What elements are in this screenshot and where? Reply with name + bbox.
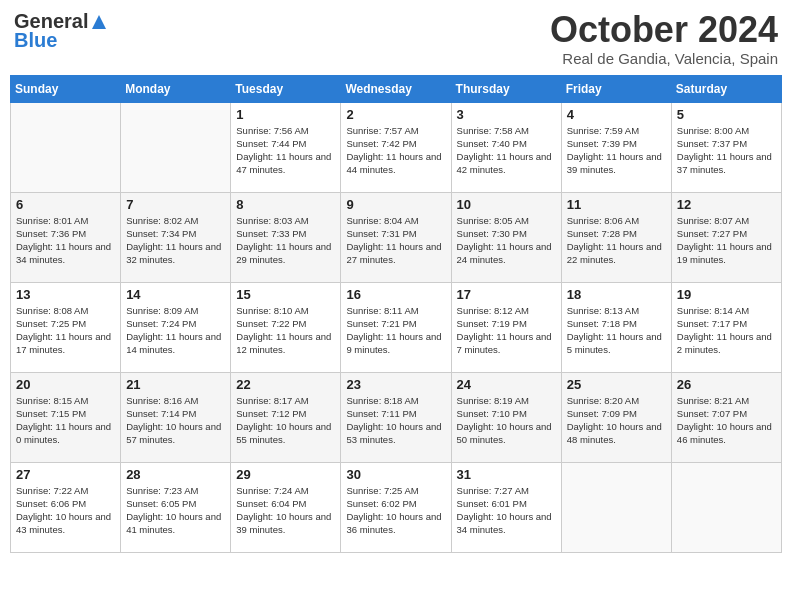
day-cell: 15Sunrise: 8:10 AMSunset: 7:22 PMDayligh…	[231, 282, 341, 372]
day-number: 14	[126, 287, 225, 302]
day-number: 18	[567, 287, 666, 302]
day-detail: Sunrise: 8:19 AMSunset: 7:10 PMDaylight:…	[457, 394, 556, 447]
day-number: 6	[16, 197, 115, 212]
day-detail: Sunrise: 8:02 AMSunset: 7:34 PMDaylight:…	[126, 214, 225, 267]
weekday-header-sunday: Sunday	[11, 75, 121, 102]
weekday-header-friday: Friday	[561, 75, 671, 102]
day-number: 8	[236, 197, 335, 212]
day-cell: 3Sunrise: 7:58 AMSunset: 7:40 PMDaylight…	[451, 102, 561, 192]
day-cell: 7Sunrise: 8:02 AMSunset: 7:34 PMDaylight…	[121, 192, 231, 282]
day-cell: 26Sunrise: 8:21 AMSunset: 7:07 PMDayligh…	[671, 372, 781, 462]
day-cell: 9Sunrise: 8:04 AMSunset: 7:31 PMDaylight…	[341, 192, 451, 282]
day-cell	[671, 462, 781, 552]
day-detail: Sunrise: 8:18 AMSunset: 7:11 PMDaylight:…	[346, 394, 445, 447]
day-cell: 4Sunrise: 7:59 AMSunset: 7:39 PMDaylight…	[561, 102, 671, 192]
day-number: 28	[126, 467, 225, 482]
day-detail: Sunrise: 7:25 AMSunset: 6:02 PMDaylight:…	[346, 484, 445, 537]
day-cell: 12Sunrise: 8:07 AMSunset: 7:27 PMDayligh…	[671, 192, 781, 282]
day-detail: Sunrise: 8:12 AMSunset: 7:19 PMDaylight:…	[457, 304, 556, 357]
day-cell: 2Sunrise: 7:57 AMSunset: 7:42 PMDaylight…	[341, 102, 451, 192]
day-number: 11	[567, 197, 666, 212]
page-header: General Blue October 2024 Real de Gandia…	[10, 10, 782, 67]
day-number: 22	[236, 377, 335, 392]
day-cell: 31Sunrise: 7:27 AMSunset: 6:01 PMDayligh…	[451, 462, 561, 552]
location-subtitle: Real de Gandia, Valencia, Spain	[550, 50, 778, 67]
weekday-header-thursday: Thursday	[451, 75, 561, 102]
day-cell: 19Sunrise: 8:14 AMSunset: 7:17 PMDayligh…	[671, 282, 781, 372]
day-cell: 13Sunrise: 8:08 AMSunset: 7:25 PMDayligh…	[11, 282, 121, 372]
day-detail: Sunrise: 8:00 AMSunset: 7:37 PMDaylight:…	[677, 124, 776, 177]
weekday-header-tuesday: Tuesday	[231, 75, 341, 102]
day-number: 12	[677, 197, 776, 212]
day-cell: 5Sunrise: 8:00 AMSunset: 7:37 PMDaylight…	[671, 102, 781, 192]
day-detail: Sunrise: 8:21 AMSunset: 7:07 PMDaylight:…	[677, 394, 776, 447]
week-row-4: 20Sunrise: 8:15 AMSunset: 7:15 PMDayligh…	[11, 372, 782, 462]
day-number: 2	[346, 107, 445, 122]
weekday-header-monday: Monday	[121, 75, 231, 102]
day-detail: Sunrise: 8:16 AMSunset: 7:14 PMDaylight:…	[126, 394, 225, 447]
week-row-1: 1Sunrise: 7:56 AMSunset: 7:44 PMDaylight…	[11, 102, 782, 192]
day-number: 27	[16, 467, 115, 482]
day-cell	[121, 102, 231, 192]
day-number: 4	[567, 107, 666, 122]
day-number: 17	[457, 287, 556, 302]
svg-marker-0	[92, 15, 106, 29]
day-cell	[11, 102, 121, 192]
day-detail: Sunrise: 8:14 AMSunset: 7:17 PMDaylight:…	[677, 304, 776, 357]
day-number: 7	[126, 197, 225, 212]
day-cell: 8Sunrise: 8:03 AMSunset: 7:33 PMDaylight…	[231, 192, 341, 282]
day-number: 23	[346, 377, 445, 392]
day-cell: 18Sunrise: 8:13 AMSunset: 7:18 PMDayligh…	[561, 282, 671, 372]
day-detail: Sunrise: 7:22 AMSunset: 6:06 PMDaylight:…	[16, 484, 115, 537]
day-cell: 17Sunrise: 8:12 AMSunset: 7:19 PMDayligh…	[451, 282, 561, 372]
day-detail: Sunrise: 8:08 AMSunset: 7:25 PMDaylight:…	[16, 304, 115, 357]
day-detail: Sunrise: 8:03 AMSunset: 7:33 PMDaylight:…	[236, 214, 335, 267]
day-detail: Sunrise: 8:06 AMSunset: 7:28 PMDaylight:…	[567, 214, 666, 267]
day-cell: 29Sunrise: 7:24 AMSunset: 6:04 PMDayligh…	[231, 462, 341, 552]
day-detail: Sunrise: 8:05 AMSunset: 7:30 PMDaylight:…	[457, 214, 556, 267]
day-number: 9	[346, 197, 445, 212]
weekday-header-wednesday: Wednesday	[341, 75, 451, 102]
day-number: 25	[567, 377, 666, 392]
week-row-3: 13Sunrise: 8:08 AMSunset: 7:25 PMDayligh…	[11, 282, 782, 372]
day-cell: 6Sunrise: 8:01 AMSunset: 7:36 PMDaylight…	[11, 192, 121, 282]
day-number: 29	[236, 467, 335, 482]
day-detail: Sunrise: 7:24 AMSunset: 6:04 PMDaylight:…	[236, 484, 335, 537]
day-detail: Sunrise: 7:58 AMSunset: 7:40 PMDaylight:…	[457, 124, 556, 177]
week-row-5: 27Sunrise: 7:22 AMSunset: 6:06 PMDayligh…	[11, 462, 782, 552]
day-number: 1	[236, 107, 335, 122]
logo: General Blue	[14, 10, 110, 52]
day-cell	[561, 462, 671, 552]
day-detail: Sunrise: 8:04 AMSunset: 7:31 PMDaylight:…	[346, 214, 445, 267]
day-cell: 28Sunrise: 7:23 AMSunset: 6:05 PMDayligh…	[121, 462, 231, 552]
month-title: October 2024	[550, 10, 778, 50]
day-number: 30	[346, 467, 445, 482]
day-cell: 20Sunrise: 8:15 AMSunset: 7:15 PMDayligh…	[11, 372, 121, 462]
calendar-table: SundayMondayTuesdayWednesdayThursdayFrid…	[10, 75, 782, 553]
day-cell: 24Sunrise: 8:19 AMSunset: 7:10 PMDayligh…	[451, 372, 561, 462]
day-number: 3	[457, 107, 556, 122]
day-number: 16	[346, 287, 445, 302]
day-number: 5	[677, 107, 776, 122]
logo-blue: Blue	[14, 29, 57, 52]
day-number: 15	[236, 287, 335, 302]
title-area: October 2024 Real de Gandia, Valencia, S…	[550, 10, 778, 67]
day-detail: Sunrise: 8:07 AMSunset: 7:27 PMDaylight:…	[677, 214, 776, 267]
day-cell: 25Sunrise: 8:20 AMSunset: 7:09 PMDayligh…	[561, 372, 671, 462]
day-number: 31	[457, 467, 556, 482]
day-cell: 10Sunrise: 8:05 AMSunset: 7:30 PMDayligh…	[451, 192, 561, 282]
week-row-2: 6Sunrise: 8:01 AMSunset: 7:36 PMDaylight…	[11, 192, 782, 282]
day-number: 24	[457, 377, 556, 392]
day-number: 10	[457, 197, 556, 212]
day-detail: Sunrise: 7:27 AMSunset: 6:01 PMDaylight:…	[457, 484, 556, 537]
day-number: 20	[16, 377, 115, 392]
day-cell: 23Sunrise: 8:18 AMSunset: 7:11 PMDayligh…	[341, 372, 451, 462]
day-number: 21	[126, 377, 225, 392]
weekday-header-row: SundayMondayTuesdayWednesdayThursdayFrid…	[11, 75, 782, 102]
day-cell: 1Sunrise: 7:56 AMSunset: 7:44 PMDaylight…	[231, 102, 341, 192]
day-detail: Sunrise: 8:09 AMSunset: 7:24 PMDaylight:…	[126, 304, 225, 357]
weekday-header-saturday: Saturday	[671, 75, 781, 102]
day-cell: 30Sunrise: 7:25 AMSunset: 6:02 PMDayligh…	[341, 462, 451, 552]
day-cell: 11Sunrise: 8:06 AMSunset: 7:28 PMDayligh…	[561, 192, 671, 282]
logo-icon	[88, 11, 110, 33]
